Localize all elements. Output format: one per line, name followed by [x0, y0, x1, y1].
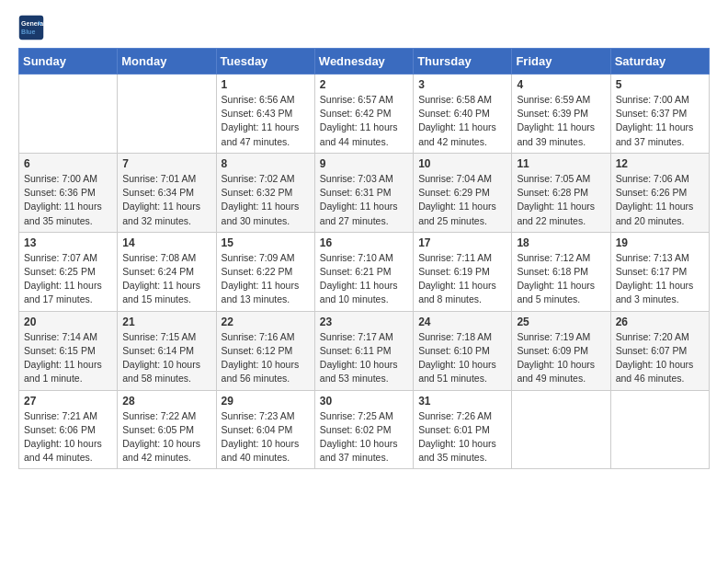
day-cell: 24Sunrise: 7:18 AM Sunset: 6:10 PM Dayli… — [414, 311, 512, 390]
column-header-wednesday: Wednesday — [314, 49, 413, 75]
day-cell: 19Sunrise: 7:13 AM Sunset: 6:17 PM Dayli… — [610, 232, 709, 311]
day-number: 5 — [616, 78, 704, 91]
day-cell: 2Sunrise: 6:57 AM Sunset: 6:42 PM Daylig… — [314, 75, 413, 154]
day-cell: 26Sunrise: 7:20 AM Sunset: 6:07 PM Dayli… — [610, 311, 709, 390]
day-cell: 28Sunrise: 7:22 AM Sunset: 6:05 PM Dayli… — [118, 390, 216, 469]
day-info: Sunrise: 7:19 AM Sunset: 6:09 PM Dayligh… — [517, 330, 605, 386]
day-number: 31 — [418, 395, 506, 408]
day-cell: 29Sunrise: 7:23 AM Sunset: 6:04 PM Dayli… — [216, 390, 314, 469]
day-info: Sunrise: 7:07 AM Sunset: 6:25 PM Dayligh… — [24, 251, 112, 307]
day-cell: 21Sunrise: 7:15 AM Sunset: 6:14 PM Dayli… — [118, 311, 216, 390]
day-info: Sunrise: 7:20 AM Sunset: 6:07 PM Dayligh… — [616, 330, 704, 386]
day-cell: 15Sunrise: 7:09 AM Sunset: 6:22 PM Dayli… — [216, 232, 314, 311]
day-info: Sunrise: 7:22 AM Sunset: 6:05 PM Dayligh… — [122, 409, 210, 465]
day-cell: 5Sunrise: 7:00 AM Sunset: 6:37 PM Daylig… — [610, 75, 709, 154]
day-number: 16 — [320, 236, 408, 249]
day-number: 27 — [24, 395, 112, 408]
day-info: Sunrise: 7:00 AM Sunset: 6:37 PM Dayligh… — [616, 93, 704, 149]
day-info: Sunrise: 7:21 AM Sunset: 6:06 PM Dayligh… — [24, 409, 112, 465]
day-number: 15 — [222, 236, 310, 249]
day-number: 26 — [616, 316, 704, 328]
day-info: Sunrise: 6:56 AM Sunset: 6:43 PM Dayligh… — [222, 93, 310, 149]
day-number: 2 — [320, 78, 408, 91]
day-number: 30 — [320, 395, 408, 408]
day-number: 14 — [122, 236, 210, 249]
day-number: 8 — [222, 157, 310, 170]
day-info: Sunrise: 7:02 AM Sunset: 6:32 PM Dayligh… — [222, 172, 310, 228]
calendar-container: General Blue SundayMondayTuesdayWednesda… — [0, 0, 728, 488]
day-number: 21 — [122, 316, 210, 328]
day-number: 24 — [418, 316, 506, 328]
day-info: Sunrise: 7:14 AM Sunset: 6:15 PM Dayligh… — [24, 330, 112, 386]
header: General Blue — [18, 15, 710, 40]
day-info: Sunrise: 6:58 AM Sunset: 6:40 PM Dayligh… — [418, 93, 506, 149]
column-header-friday: Friday — [512, 49, 610, 75]
day-info: Sunrise: 6:57 AM Sunset: 6:42 PM Dayligh… — [320, 93, 408, 149]
day-info: Sunrise: 7:04 AM Sunset: 6:29 PM Dayligh… — [418, 172, 506, 228]
day-info: Sunrise: 7:13 AM Sunset: 6:17 PM Dayligh… — [616, 251, 704, 307]
day-number: 29 — [222, 395, 310, 408]
week-row-4: 20Sunrise: 7:14 AM Sunset: 6:15 PM Dayli… — [19, 311, 710, 390]
week-row-2: 6Sunrise: 7:00 AM Sunset: 6:36 PM Daylig… — [19, 153, 710, 232]
day-cell: 9Sunrise: 7:03 AM Sunset: 6:31 PM Daylig… — [314, 153, 413, 232]
week-row-3: 13Sunrise: 7:07 AM Sunset: 6:25 PM Dayli… — [19, 232, 710, 311]
day-cell: 3Sunrise: 6:58 AM Sunset: 6:40 PM Daylig… — [414, 75, 512, 154]
calendar-header-row: SundayMondayTuesdayWednesdayThursdayFrid… — [19, 49, 710, 75]
day-number: 6 — [24, 157, 112, 170]
day-cell: 31Sunrise: 7:26 AM Sunset: 6:01 PM Dayli… — [414, 390, 512, 469]
day-info: Sunrise: 7:16 AM Sunset: 6:12 PM Dayligh… — [222, 330, 310, 386]
day-info: Sunrise: 7:15 AM Sunset: 6:14 PM Dayligh… — [122, 330, 210, 386]
day-number: 17 — [418, 236, 506, 249]
day-cell: 30Sunrise: 7:25 AM Sunset: 6:02 PM Dayli… — [314, 390, 413, 469]
day-cell: 12Sunrise: 7:06 AM Sunset: 6:26 PM Dayli… — [610, 153, 709, 232]
day-number: 22 — [222, 316, 310, 328]
day-info: Sunrise: 7:12 AM Sunset: 6:18 PM Dayligh… — [517, 251, 605, 307]
day-info: Sunrise: 7:10 AM Sunset: 6:21 PM Dayligh… — [320, 251, 408, 307]
svg-rect-0 — [19, 16, 43, 40]
day-cell: 4Sunrise: 6:59 AM Sunset: 6:39 PM Daylig… — [512, 75, 610, 154]
svg-text:Blue: Blue — [21, 29, 35, 35]
week-row-5: 27Sunrise: 7:21 AM Sunset: 6:06 PM Dayli… — [19, 390, 710, 469]
day-number: 13 — [24, 236, 112, 249]
day-info: Sunrise: 7:23 AM Sunset: 6:04 PM Dayligh… — [222, 409, 310, 465]
day-number: 7 — [122, 157, 210, 170]
column-header-monday: Monday — [118, 49, 216, 75]
column-header-saturday: Saturday — [610, 49, 709, 75]
day-cell: 11Sunrise: 7:05 AM Sunset: 6:28 PM Dayli… — [512, 153, 610, 232]
day-number: 18 — [517, 236, 605, 249]
day-number: 23 — [320, 316, 408, 328]
column-header-thursday: Thursday — [414, 49, 512, 75]
day-number: 20 — [24, 316, 112, 328]
day-cell: 1Sunrise: 6:56 AM Sunset: 6:43 PM Daylig… — [216, 75, 314, 154]
day-cell: 8Sunrise: 7:02 AM Sunset: 6:32 PM Daylig… — [216, 153, 314, 232]
day-cell — [118, 75, 216, 154]
day-number: 25 — [517, 316, 605, 328]
day-info: Sunrise: 7:18 AM Sunset: 6:10 PM Dayligh… — [418, 330, 506, 386]
day-cell: 23Sunrise: 7:17 AM Sunset: 6:11 PM Dayli… — [314, 311, 413, 390]
day-info: Sunrise: 6:59 AM Sunset: 6:39 PM Dayligh… — [517, 93, 605, 149]
column-header-sunday: Sunday — [19, 49, 118, 75]
day-number: 9 — [320, 157, 408, 170]
day-number: 11 — [517, 157, 605, 170]
day-cell: 18Sunrise: 7:12 AM Sunset: 6:18 PM Dayli… — [512, 232, 610, 311]
calendar-table: SundayMondayTuesdayWednesdayThursdayFrid… — [18, 48, 710, 469]
day-cell: 20Sunrise: 7:14 AM Sunset: 6:15 PM Dayli… — [19, 311, 118, 390]
day-cell: 25Sunrise: 7:19 AM Sunset: 6:09 PM Dayli… — [512, 311, 610, 390]
day-info: Sunrise: 7:03 AM Sunset: 6:31 PM Dayligh… — [320, 172, 408, 228]
day-info: Sunrise: 7:00 AM Sunset: 6:36 PM Dayligh… — [24, 172, 112, 228]
day-info: Sunrise: 7:26 AM Sunset: 6:01 PM Dayligh… — [418, 409, 506, 465]
day-info: Sunrise: 7:11 AM Sunset: 6:19 PM Dayligh… — [418, 251, 506, 307]
day-number: 1 — [222, 78, 310, 91]
day-cell — [512, 390, 610, 469]
day-number: 4 — [517, 78, 605, 91]
day-cell: 10Sunrise: 7:04 AM Sunset: 6:29 PM Dayli… — [414, 153, 512, 232]
day-cell: 6Sunrise: 7:00 AM Sunset: 6:36 PM Daylig… — [19, 153, 118, 232]
day-number: 10 — [418, 157, 506, 170]
logo-icon: General Blue — [18, 15, 44, 40]
day-cell: 14Sunrise: 7:08 AM Sunset: 6:24 PM Dayli… — [118, 232, 216, 311]
day-cell: 22Sunrise: 7:16 AM Sunset: 6:12 PM Dayli… — [216, 311, 314, 390]
day-info: Sunrise: 7:06 AM Sunset: 6:26 PM Dayligh… — [616, 172, 704, 228]
day-cell — [19, 75, 118, 154]
day-info: Sunrise: 7:09 AM Sunset: 6:22 PM Dayligh… — [222, 251, 310, 307]
day-cell: 27Sunrise: 7:21 AM Sunset: 6:06 PM Dayli… — [19, 390, 118, 469]
